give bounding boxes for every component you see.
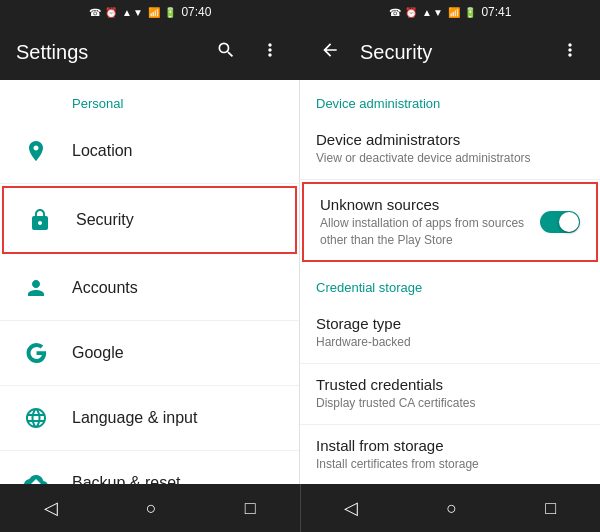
trusted-credentials-subtitle: Display trusted CA certificates bbox=[316, 395, 584, 412]
nav-bars: ◁ ○ □ ◁ ○ □ bbox=[0, 484, 600, 532]
language-title: Language & input bbox=[72, 409, 283, 427]
home-nav-icon-left[interactable]: ○ bbox=[130, 490, 173, 527]
recents-nav-icon-right[interactable]: □ bbox=[529, 490, 572, 527]
language-icon bbox=[16, 398, 56, 438]
status-bars: ☎ ⏰ ▲▼ 📶 🔋 07:40 ☎ ⏰ ▲▼ 📶 🔋 07:41 bbox=[0, 0, 600, 24]
security-panel: Device administration Device administrat… bbox=[300, 80, 600, 484]
security-item-title: Security bbox=[76, 211, 279, 229]
device-admins-title: Device administrators bbox=[316, 131, 584, 148]
unknown-sources-title: Unknown sources bbox=[320, 196, 528, 213]
device-admins-text: Device administrators View or deactivate… bbox=[316, 131, 584, 167]
settings-item-google[interactable]: Google bbox=[0, 321, 299, 386]
right-time: 07:41 bbox=[481, 5, 511, 19]
search-icon[interactable] bbox=[212, 36, 240, 69]
location-icon bbox=[16, 131, 56, 171]
device-admins-subtitle: View or deactivate device administrators bbox=[316, 150, 584, 167]
settings-item-accounts[interactable]: Accounts bbox=[0, 256, 299, 321]
unknown-sources-text: Unknown sources Allow installation of ap… bbox=[320, 196, 528, 249]
google-text: Google bbox=[72, 344, 283, 362]
left-status-icons: ☎ ⏰ ▲▼ 📶 🔋 bbox=[89, 7, 178, 18]
accounts-text: Accounts bbox=[72, 279, 283, 297]
security-item-trusted-credentials[interactable]: Trusted credentials Display trusted CA c… bbox=[300, 364, 600, 425]
status-bar-right: ☎ ⏰ ▲▼ 📶 🔋 07:41 bbox=[300, 0, 600, 24]
location-text: Location bbox=[72, 142, 283, 160]
backup-title: Backup & reset bbox=[72, 474, 283, 484]
security-text: Security bbox=[76, 211, 279, 229]
home-nav-icon-right[interactable]: ○ bbox=[430, 490, 473, 527]
credential-storage-label: Credential storage bbox=[300, 264, 600, 303]
main-content: Personal Location Security bbox=[0, 80, 600, 484]
nav-bar-right: ◁ ○ □ bbox=[301, 484, 601, 532]
google-icon bbox=[16, 333, 56, 373]
device-admin-label: Device administration bbox=[300, 80, 600, 119]
unknown-sources-subtitle: Allow installation of apps from sources … bbox=[320, 215, 528, 249]
more-vert-icon-right[interactable] bbox=[556, 36, 584, 69]
security-item-device-admins[interactable]: Device administrators View or deactivate… bbox=[300, 119, 600, 180]
install-storage-subtitle: Install certificates from storage bbox=[316, 456, 584, 473]
settings-title: Settings bbox=[16, 41, 196, 64]
recents-nav-icon-left[interactable]: □ bbox=[229, 490, 272, 527]
settings-item-language[interactable]: Language & input bbox=[0, 386, 299, 451]
toolbar-settings: Settings bbox=[0, 24, 300, 80]
accounts-title: Accounts bbox=[72, 279, 283, 297]
storage-type-text: Storage type Hardware-backed bbox=[316, 315, 584, 351]
unknown-sources-toggle[interactable] bbox=[540, 211, 580, 233]
security-item-unknown-sources[interactable]: Unknown sources Allow installation of ap… bbox=[302, 182, 598, 263]
backup-text: Backup & reset bbox=[72, 474, 283, 484]
storage-type-subtitle: Hardware-backed bbox=[316, 334, 584, 351]
back-nav-icon-left[interactable]: ◁ bbox=[28, 489, 74, 527]
right-status-icons: ☎ ⏰ ▲▼ 📶 🔋 bbox=[389, 7, 478, 18]
trusted-credentials-title: Trusted credentials bbox=[316, 376, 584, 393]
back-nav-icon-right[interactable]: ◁ bbox=[328, 489, 374, 527]
location-title: Location bbox=[72, 142, 283, 160]
toolbars: Settings Security bbox=[0, 24, 600, 80]
settings-item-location[interactable]: Location bbox=[0, 119, 299, 184]
settings-panel: Personal Location Security bbox=[0, 80, 300, 484]
settings-item-backup[interactable]: Backup & reset bbox=[0, 451, 299, 484]
lock-icon bbox=[20, 200, 60, 240]
person-icon bbox=[16, 268, 56, 308]
toolbar-security: Security bbox=[300, 24, 600, 80]
more-vert-icon-left[interactable] bbox=[256, 36, 284, 69]
install-storage-title: Install from storage bbox=[316, 437, 584, 454]
status-bar-left: ☎ ⏰ ▲▼ 📶 🔋 07:40 bbox=[0, 0, 300, 24]
backup-icon bbox=[16, 463, 56, 484]
trusted-credentials-text: Trusted credentials Display trusted CA c… bbox=[316, 376, 584, 412]
security-item-storage-type[interactable]: Storage type Hardware-backed bbox=[300, 303, 600, 364]
security-item-install-storage[interactable]: Install from storage Install certificate… bbox=[300, 425, 600, 484]
settings-item-security[interactable]: Security bbox=[2, 186, 297, 254]
storage-type-title: Storage type bbox=[316, 315, 584, 332]
install-storage-text: Install from storage Install certificate… bbox=[316, 437, 584, 473]
nav-bar-left: ◁ ○ □ bbox=[0, 484, 300, 532]
security-title: Security bbox=[360, 41, 548, 64]
language-text: Language & input bbox=[72, 409, 283, 427]
left-time: 07:40 bbox=[181, 5, 211, 19]
google-title: Google bbox=[72, 344, 283, 362]
personal-section-label: Personal bbox=[0, 80, 299, 119]
back-icon[interactable] bbox=[316, 36, 344, 69]
